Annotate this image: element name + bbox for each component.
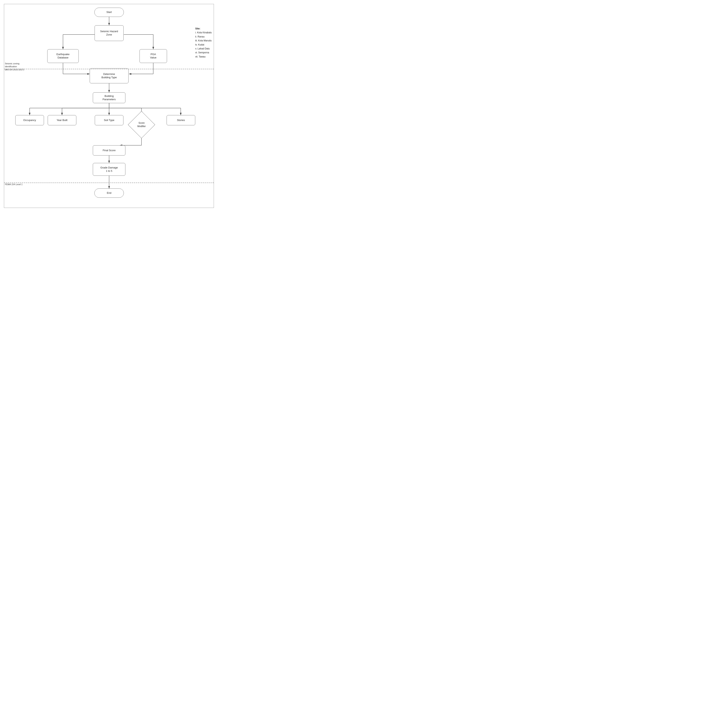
final-score-node: Final Score — [93, 145, 126, 156]
site-item-4: iv. Kudat — [195, 43, 212, 47]
seismic-hazard-node: Seismic Hazard Zone — [95, 25, 124, 41]
site-item-6: vi. Semporna — [195, 50, 212, 55]
flowchart: Start Seismic Hazard Zone Earthquake Dat… — [4, 4, 214, 208]
seismic-dashed-line — [4, 69, 214, 69]
site-item-3: iii. Kota Marudu — [195, 39, 212, 43]
grade-damage-node: Grade Damage 1 to 5 — [93, 163, 126, 176]
earthquake-db-node: Earthquake Database — [47, 49, 79, 63]
determine-building-node: Determine Building Type — [90, 68, 129, 84]
pga-value-node: PGA Value — [140, 49, 167, 63]
soil-type-node: Soil Type — [95, 115, 123, 125]
start-node: Start — [94, 8, 124, 17]
site-note: Site: i. Kota Kinabalu ii. Ranau iii. Ko… — [195, 27, 212, 59]
score-modifier-node: Score Modifier — [128, 111, 155, 138]
site-item-5: v. Lahad Datu — [195, 47, 212, 50]
site-note-title: Site: — [195, 27, 212, 30]
site-item-7: vii. Tawau — [195, 55, 212, 59]
site-item-1: i. Kota Kinabalu — [195, 30, 212, 35]
site-item-2: ii. Ranau — [195, 35, 212, 39]
stories-node: Stories — [167, 115, 195, 125]
building-parameters-node: Building Parameters — [93, 92, 126, 103]
end-node: End — [94, 189, 124, 198]
year-built-node: Year Built — [48, 115, 77, 125]
fema-dashed-line — [4, 183, 214, 183]
occupancy-node: Occupancy — [15, 115, 44, 125]
fema-label: FEMA 154 Level 1 — [5, 183, 23, 186]
seismic-label: Seismic zoningidentification(MS EN 2015-… — [5, 62, 24, 71]
